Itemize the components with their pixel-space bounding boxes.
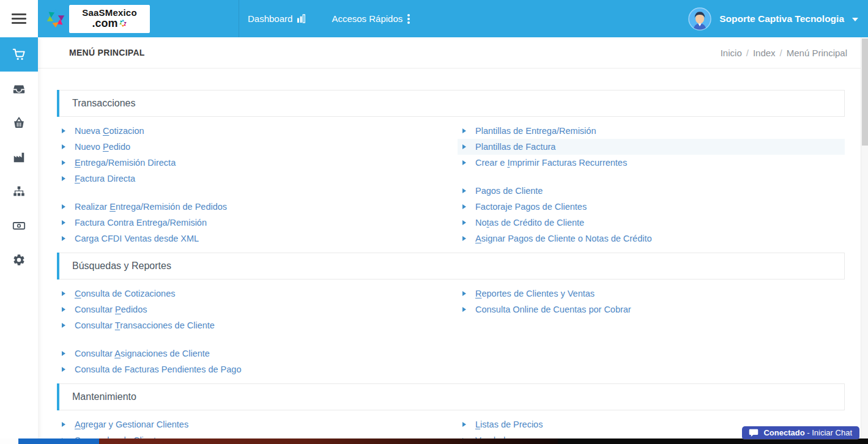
breadcrumb-item[interactable]: Index [753,48,776,58]
triangle-bullet-icon [62,144,65,149]
menu-link[interactable]: Reportes de Clientes y Ventas [458,286,845,302]
gear-icon [12,253,26,267]
section-header: Transacciones [57,90,845,117]
triangle-bullet-icon [62,176,65,181]
brand-line1: SaaSMexico [69,8,150,18]
chat-bubble-icon [749,429,759,437]
hamburger-menu-button[interactable] [0,0,38,37]
section-accent-bar [57,90,59,117]
nav-accesos-rapidos[interactable]: Accesos Rápidos [332,13,410,24]
triangle-bullet-icon [462,291,466,296]
menu-link-label: Pagos de Cliente [475,186,543,196]
menu-link-label: Listas de Precios [475,420,543,429]
sidebar-item-inbox[interactable] [0,72,38,106]
breadcrumb: Inicio/Index/Menú Principal [721,48,847,58]
menu-link[interactable]: Factura Directa [57,171,458,187]
menu-link-label: Realizar Entrega/Remisión de Pedidos [75,202,227,212]
menu-link-label: Plantillas de Factura [475,142,555,152]
sidebar-item-gear[interactable] [0,243,38,277]
nav-dashboard[interactable]: Dashboard [248,13,306,24]
menu-link-label: Factoraje Pagos de Clientes [475,202,587,212]
factory-icon [12,150,26,164]
brand-logo[interactable]: SaaSMexico .com [69,5,150,33]
section-header: Mantenimiento [57,383,845,410]
bar-chart-icon [297,14,306,23]
nav-accesos-rapidos-label: Accesos Rápidos [332,13,402,24]
background-window-strip [0,438,868,444]
user-name: Soporte Captiva Tecnologia [719,13,844,24]
main-content: MENÚ PRINCIPAL Inicio/Index/Menú Princip… [38,37,861,444]
menu-link[interactable]: Nuevo Pedido [57,139,458,155]
cash-icon [12,219,26,232]
menu-link[interactable]: Consultar Asignaciones de Cliente [57,346,458,361]
menu-link-label: Asignar Pagos de Cliente o Notas de Créd… [475,234,652,243]
menu-link[interactable]: Plantillas de Entrega/Remisión [458,123,845,139]
chat-launcher-button[interactable]: Conectado - Iniciar Chat [742,426,859,439]
user-menu[interactable]: Soporte Captiva Tecnologia [688,0,858,37]
sidebar-item-cash[interactable] [0,209,38,243]
menu-column: Plantillas de Entrega/RemisiónPlantillas… [458,123,845,246]
menu-link-label: Consulta de Cotizaciones [75,289,175,298]
triangle-bullet-icon [62,422,65,427]
menu-link-label: Agregar y Gestionar Clientes [75,420,188,429]
left-sidebar [0,37,38,444]
menu-link[interactable]: Asignar Pagos de Cliente o Notas de Créd… [458,231,845,246]
triangle-bullet-icon [62,367,65,372]
menu-link[interactable]: Consultar Transacciones de Cliente [57,317,458,333]
section-accent-bar [57,253,59,279]
sitemap-icon [12,185,26,198]
menu-link[interactable]: Factura Contra Entrega/Remisión [57,215,458,231]
menu-link[interactable]: Consulta de Cotizaciones [57,286,458,302]
menu-link[interactable]: Pagos de Cliente [458,183,845,199]
menu-section: Búsquedas y ReportesConsulta de Cotizaci… [57,253,845,383]
triangle-bullet-icon [462,236,466,241]
header-divider [239,0,239,37]
vertical-scrollbar[interactable] [861,37,868,444]
triangle-bullet-icon [62,220,65,225]
menu-link-label: Entrega/Remisión Directa [75,158,176,168]
menu-link[interactable]: Consultar Pedidos [57,302,458,317]
basket-icon [12,116,26,130]
pinwheel-small-icon [119,19,127,28]
scrollbar-thumb[interactable] [862,39,868,146]
sidebar-item-factory[interactable] [0,140,38,174]
menu-link[interactable]: Notas de Crédito de Cliente [458,215,845,231]
triangle-bullet-icon [62,323,65,328]
section-accent-bar [57,383,59,410]
triangle-bullet-icon [62,307,65,312]
page-title: MENÚ PRINCIPAL [69,48,145,57]
breadcrumb-separator: / [776,48,787,58]
menu-link[interactable]: Consulta de Facturas Pendientes de Pago [57,361,458,377]
menu-link-label: Plantillas de Entrega/Remisión [475,126,596,136]
avatar [688,7,711,31]
menu-link-label: Consulta Online de Cuentas por Cobrar [475,305,631,314]
menu-link-label: Nuevo Pedido [75,142,130,152]
breadcrumb-separator: / [742,48,753,58]
menu-link[interactable]: Plantillas de Factura [458,139,845,155]
menu-link[interactable]: Consulta Online de Cuentas por Cobrar [458,302,845,317]
menu-link-label: Consultar Transacciones de Cliente [75,320,215,330]
top-header: SaaSMexico .com Dashboard [0,0,868,37]
menu-link[interactable]: Realizar Entrega/Remisión de Pedidos [57,199,458,215]
chevron-down-icon [852,18,858,21]
cart-icon [12,48,26,61]
inbox-icon [12,82,26,95]
menu-section: TransaccionesNueva CotizacionNuevo Pedid… [57,90,845,252]
menu-link-label: Factura Contra Entrega/Remisión [75,218,207,228]
menu-link-label: Carga CFDI Ventas desde XML [75,234,199,243]
breadcrumb-item[interactable]: Inicio [721,48,742,58]
menu-link[interactable]: Crear e Imprimir Facturas Recurrentes [458,155,845,171]
menu-link-label: Crear e Imprimir Facturas Recurrentes [475,158,627,168]
triangle-bullet-icon [462,188,466,193]
sidebar-item-sitemap[interactable] [0,174,38,209]
menu-link[interactable]: Factoraje Pagos de Clientes [458,199,845,215]
triangle-bullet-icon [462,220,466,225]
menu-link[interactable]: Agregar y Gestionar Clientes [57,416,458,432]
menu-link[interactable]: Carga CFDI Ventas desde XML [57,231,458,246]
chat-action: Iniciar Chat [812,428,852,437]
menu-link[interactable]: Entrega/Remisión Directa [57,155,458,171]
nav-dashboard-label: Dashboard [248,13,292,24]
sidebar-item-cart[interactable] [0,37,38,72]
menu-link[interactable]: Nueva Cotizacion [57,123,458,139]
sidebar-item-basket[interactable] [0,106,38,140]
